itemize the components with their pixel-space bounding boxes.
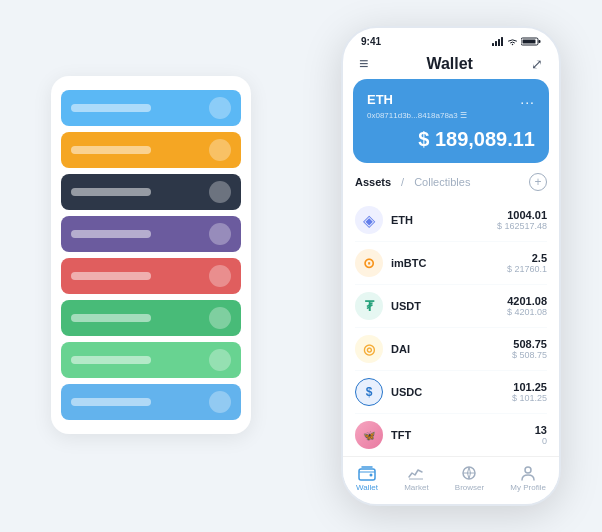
card-stack <box>51 76 251 434</box>
eth-card-dots[interactable]: ... <box>520 91 535 107</box>
usdt-usd: $ 4201.08 <box>507 307 547 317</box>
stack-card-green[interactable] <box>61 300 241 336</box>
add-asset-button[interactable]: + <box>529 173 547 191</box>
svg-rect-7 <box>359 469 375 480</box>
asset-row-eth[interactable]: ◈ ETH 1004.01 $ 162517.48 <box>355 199 547 242</box>
status-bar: 9:41 <box>343 28 559 51</box>
card-icon-purple <box>209 223 231 245</box>
market-nav-icon <box>407 465 425 481</box>
eth-card-header: ETH ... <box>367 91 535 107</box>
svg-rect-5 <box>539 40 541 43</box>
dai-amounts: 508.75 $ 508.75 <box>512 338 547 360</box>
svg-point-12 <box>525 467 531 473</box>
usdc-usd: $ 101.25 <box>512 393 547 403</box>
imbtc-amount: 2.5 <box>507 252 547 264</box>
usdc-amounts: 101.25 $ 101.25 <box>512 381 547 403</box>
usdt-icon: ₮ <box>355 292 383 320</box>
page-title: Wallet <box>426 55 473 73</box>
eth-icon: ◈ <box>355 206 383 234</box>
card-icon-lightgreen <box>209 349 231 371</box>
status-icons <box>492 37 541 46</box>
dai-amount: 508.75 <box>512 338 547 350</box>
dai-usd: $ 508.75 <box>512 350 547 360</box>
nav-item-wallet[interactable]: Wallet <box>356 465 378 492</box>
stack-card-purple[interactable] <box>61 216 241 252</box>
nav-item-profile[interactable]: My Profile <box>510 465 546 492</box>
bottom-nav: Wallet Market Browser <box>343 456 559 504</box>
market-nav-label: Market <box>404 483 428 492</box>
usdc-amount: 101.25 <box>512 381 547 393</box>
nav-bar: ≡ Wallet ⤢ <box>343 51 559 79</box>
card-icon-green <box>209 307 231 329</box>
wallet-nav-icon <box>358 465 376 481</box>
profile-nav-icon <box>519 465 537 481</box>
eth-card-title: ETH <box>367 92 393 107</box>
card-icon-red <box>209 265 231 287</box>
card-icon-orange <box>209 139 231 161</box>
profile-nav-label: My Profile <box>510 483 546 492</box>
asset-row-usdc[interactable]: $ USDC 101.25 $ 101.25 <box>355 371 547 414</box>
usdt-amount: 4201.08 <box>507 295 547 307</box>
card-text-blue <box>71 104 151 112</box>
card-text-lightblue <box>71 398 151 406</box>
asset-row-usdt[interactable]: ₮ USDT 4201.08 $ 4201.08 <box>355 285 547 328</box>
imbtc-icon: ⊙ <box>355 249 383 277</box>
usdt-name: USDT <box>391 300 507 312</box>
card-text-orange <box>71 146 151 154</box>
assets-tabs: Assets / Collectibles <box>355 176 470 188</box>
assets-header: Assets / Collectibles + <box>343 173 559 199</box>
svg-rect-3 <box>501 37 503 46</box>
stack-card-blue[interactable] <box>61 90 241 126</box>
card-text-purple <box>71 230 151 238</box>
usdc-icon: $ <box>355 378 383 406</box>
stack-card-orange[interactable] <box>61 132 241 168</box>
card-text-lightgreen <box>71 356 151 364</box>
phone-mockup: 9:41 <box>341 26 561 506</box>
stack-card-dark[interactable] <box>61 174 241 210</box>
tft-name: TFT <box>391 429 535 441</box>
card-icon-lightblue <box>209 391 231 413</box>
expand-icon[interactable]: ⤢ <box>531 56 543 72</box>
svg-point-8 <box>370 474 373 477</box>
nav-item-browser[interactable]: Browser <box>455 465 484 492</box>
status-time: 9:41 <box>361 36 381 47</box>
tab-divider: / <box>401 176 404 188</box>
eth-address: 0x08711d3b...8418a78a3 ☰ <box>367 111 535 120</box>
signal-icon <box>492 37 504 46</box>
card-text-red <box>71 272 151 280</box>
dai-icon: ◎ <box>355 335 383 363</box>
tft-usd: 0 <box>535 436 547 446</box>
asset-row-dai[interactable]: ◎ DAI 508.75 $ 508.75 <box>355 328 547 371</box>
eth-card[interactable]: ETH ... 0x08711d3b...8418a78a3 ☰ $ 189,0… <box>353 79 549 163</box>
stack-card-red[interactable] <box>61 258 241 294</box>
stack-card-lightgreen[interactable] <box>61 342 241 378</box>
scene: 9:41 <box>21 16 581 516</box>
tab-collectibles[interactable]: Collectibles <box>414 176 470 188</box>
wifi-icon <box>507 38 518 46</box>
asset-list: ◈ ETH 1004.01 $ 162517.48 ⊙ imBTC 2.5 $ … <box>343 199 559 456</box>
svg-rect-2 <box>498 39 500 46</box>
browser-nav-icon <box>460 465 478 481</box>
imbtc-usd: $ 21760.1 <box>507 264 547 274</box>
card-text-green <box>71 314 151 322</box>
eth-name: ETH <box>391 214 497 226</box>
battery-icon <box>521 37 541 46</box>
eth-usd: $ 162517.48 <box>497 221 547 231</box>
card-icon-blue <box>209 97 231 119</box>
asset-row-imbtc[interactable]: ⊙ imBTC 2.5 $ 21760.1 <box>355 242 547 285</box>
card-text-dark <box>71 188 151 196</box>
imbtc-amounts: 2.5 $ 21760.1 <box>507 252 547 274</box>
tft-amount: 13 <box>535 424 547 436</box>
tft-icon: 🦋 <box>355 421 383 449</box>
svg-rect-1 <box>495 41 497 46</box>
menu-icon[interactable]: ≡ <box>359 55 368 73</box>
imbtc-name: imBTC <box>391 257 507 269</box>
nav-item-market[interactable]: Market <box>404 465 428 492</box>
asset-row-tft[interactable]: 🦋 TFT 13 0 <box>355 414 547 456</box>
stack-card-lightblue[interactable] <box>61 384 241 420</box>
eth-amount: 1004.01 <box>497 209 547 221</box>
tab-assets[interactable]: Assets <box>355 176 391 188</box>
dai-name: DAI <box>391 343 512 355</box>
eth-balance: $ 189,089.11 <box>367 128 535 151</box>
usdt-amounts: 4201.08 $ 4201.08 <box>507 295 547 317</box>
